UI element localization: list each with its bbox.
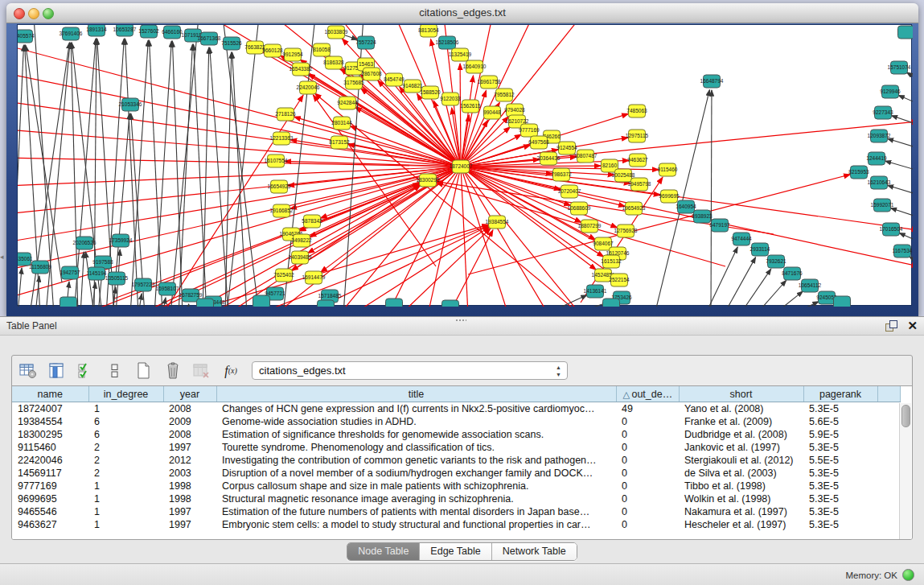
table-cell[interactable]: 5.3E-5	[803, 402, 877, 416]
graph-edge[interactable]	[232, 52, 247, 307]
graph-node[interactable]: 990448	[483, 106, 501, 119]
table-select-combobox[interactable]: citations_edges.txt ▲▼	[252, 361, 568, 380]
table-cell[interactable]: 2	[88, 441, 163, 454]
graph-node[interactable]: 9912954	[282, 48, 303, 61]
delete-column-button[interactable]	[163, 361, 183, 381]
table-vertical-scrollbar[interactable]	[899, 403, 911, 540]
graph-node[interactable]: 9129946	[880, 85, 901, 98]
table-row[interactable]: 911546021997Tourette syndrome. Phenomeno…	[12, 441, 900, 454]
graph-node[interactable]: 8813054	[418, 25, 439, 37]
table-mode-button[interactable]	[18, 361, 38, 381]
table-cell[interactable]: 22420046	[12, 454, 88, 467]
graph-node[interactable]: 12213363	[270, 132, 294, 145]
table-cell[interactable]: Stergiakouli et al. (2012)	[679, 454, 803, 467]
table-cell[interactable]: 0	[616, 518, 679, 531]
row-height-button[interactable]	[105, 361, 125, 381]
graph-edge[interactable]	[138, 294, 142, 307]
panel-drag-handle[interactable]	[455, 319, 466, 322]
column-header-name[interactable]: name	[12, 386, 88, 402]
table-cell[interactable]: 1997	[163, 505, 216, 518]
table-row[interactable]: 1938455462009Genome-wide association stu…	[12, 415, 900, 428]
graph-node[interactable]: 7557224	[355, 36, 376, 49]
graph-node[interactable]: 10688609	[568, 202, 591, 215]
graph-node[interactable]: 8186328	[323, 56, 344, 69]
graph-node[interactable]: 8471676	[782, 267, 803, 280]
graph-node[interactable]: 19495798	[628, 178, 651, 191]
table-cell[interactable]: Genome-wide association studies in ADHD.	[216, 415, 616, 428]
table-cell[interactable]: 6	[88, 415, 163, 428]
column-header-title[interactable]: title	[216, 386, 616, 402]
graph-node[interactable]: 18724007	[450, 160, 473, 173]
graph-node[interactable]: 10653287	[113, 25, 137, 36]
graph-node[interactable]: 20364436	[537, 152, 561, 165]
table-cell[interactable]: 2009	[163, 415, 216, 428]
table-cell[interactable]: Structural magnetic resonance image aver…	[216, 492, 616, 505]
graph-edge[interactable]	[314, 93, 581, 307]
graph-node[interactable]: 9115460	[658, 163, 678, 176]
graph-node[interactable]: 9474444	[731, 233, 752, 245]
graph-node[interactable]: 7955812	[494, 89, 515, 101]
graph-node[interactable]: 12093872	[868, 130, 891, 142]
graph-node[interactable]: 14136141	[584, 285, 607, 298]
graph-node[interactable]: 8454749	[384, 73, 405, 86]
table-cell[interactable]: 9699695	[12, 492, 88, 505]
table-cell[interactable]: 0	[616, 492, 679, 505]
table-cell[interactable]: Disruption of a novel member of a sodium…	[216, 467, 616, 480]
graph-node[interactable]: 9463627	[627, 154, 648, 167]
column-header-short[interactable]: short	[679, 386, 803, 402]
graph-node[interactable]: 1244419	[866, 152, 887, 165]
graph-node[interactable]: 2933114	[750, 243, 770, 256]
table-cell[interactable]: 1	[88, 480, 163, 492]
graph-node[interactable]: 8173152	[329, 136, 350, 149]
graph-node[interactable]: 10720407	[558, 185, 581, 198]
close-panel-icon[interactable]: ✕	[907, 319, 918, 333]
graph-node[interactable]: 5878342	[302, 215, 322, 228]
graph-node[interactable]	[898, 26, 914, 39]
graph-node[interactable]: 13505115	[105, 272, 129, 285]
graph-edge[interactable]	[791, 302, 819, 307]
graph-node[interactable]: 19384554	[486, 216, 509, 229]
graph-node[interactable]: 19166852	[270, 204, 294, 217]
graph-node[interactable]: 7485063	[626, 105, 647, 117]
graph-node[interactable]	[318, 300, 335, 307]
tab-node-table[interactable]: Node Table	[347, 543, 420, 560]
float-panel-icon[interactable]	[885, 320, 897, 331]
table-cell[interactable]: de Silva et al. (2003)	[679, 467, 803, 480]
graph-node[interactable]: 2718126	[275, 108, 296, 121]
table-cell[interactable]: 5.3E-5	[803, 518, 877, 531]
table-cell[interactable]: 5.9E-5	[803, 428, 877, 441]
graph-node[interactable]: 1615132	[601, 255, 622, 268]
table-row[interactable]: 969969511998Structural magnetic resonanc…	[12, 492, 900, 505]
table-cell[interactable]: 1998	[163, 480, 216, 492]
table-cell[interactable]: Tibbo et al. (1998)	[679, 480, 803, 492]
graph-node[interactable]: 1527602	[138, 25, 159, 38]
graph-node[interactable]: 15751074	[888, 61, 911, 74]
graph-node[interactable]	[197, 299, 214, 307]
graph-node[interactable]: 2867608	[361, 68, 382, 80]
graph-node[interactable]: 7932621	[766, 255, 786, 268]
table-cell[interactable]: 9115460	[12, 441, 88, 454]
graph-node[interactable]: 22420046	[297, 81, 320, 94]
graph-node[interactable]: 17957223	[132, 278, 155, 291]
scrollbar-thumb[interactable]	[901, 405, 910, 427]
graph-node[interactable]: 12975115	[626, 130, 649, 142]
graph-node[interactable]: 19654923	[622, 202, 646, 215]
column-header-indegree[interactable]: in_degree	[88, 386, 163, 402]
graph-node[interactable]: 16671368	[198, 32, 221, 45]
graph-node[interactable]: 9777169	[519, 124, 540, 137]
graph-node[interactable]: 6466160	[162, 26, 183, 39]
graph-edge[interactable]	[711, 90, 712, 307]
table-cell[interactable]: Estimation of the future numbers of pati…	[216, 505, 616, 518]
graph-node[interactable]: 9699695	[659, 190, 680, 203]
graph-node[interactable]: 3175685	[343, 76, 364, 89]
graph-node[interactable]: 1640954	[676, 200, 696, 213]
table-cell[interactable]: 18300295	[12, 428, 88, 441]
tab-network-table[interactable]: Network Table	[492, 543, 577, 560]
graph-node[interactable]: 16961758	[478, 76, 501, 89]
graph-edge[interactable]	[898, 95, 913, 104]
table-cell[interactable]: 5.6E-5	[803, 415, 877, 428]
table-cell[interactable]: Dudbridge et al. (2008)	[679, 428, 803, 441]
graph-edge[interactable]	[154, 41, 171, 307]
table-cell[interactable]: Nakamura et al. (1997)	[679, 505, 803, 518]
table-row[interactable]: 946554611997Estimation of the future num…	[12, 505, 900, 518]
